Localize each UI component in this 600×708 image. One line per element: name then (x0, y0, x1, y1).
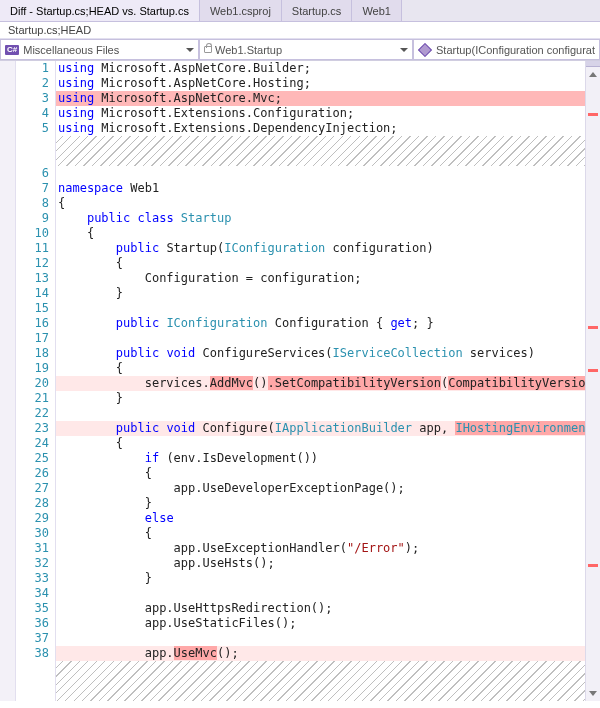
line-number: 31 (16, 541, 49, 556)
line-number: 10 (16, 226, 49, 241)
code-line[interactable]: { (56, 256, 585, 271)
line-number: 28 (16, 496, 49, 511)
code-line[interactable]: using Microsoft.AspNetCore.Builder; (56, 61, 585, 76)
code-line[interactable]: } (56, 286, 585, 301)
code-line[interactable]: app.UseHsts(); (56, 556, 585, 571)
code-line[interactable]: Configuration = configuration; (56, 271, 585, 286)
line-number: 20 (16, 376, 49, 391)
document-tab[interactable]: Startup.cs (282, 0, 353, 21)
code-line[interactable] (56, 301, 585, 316)
code-line[interactable]: app.UseExceptionHandler("/Error"); (56, 541, 585, 556)
document-subtitle: Startup.cs;HEAD (0, 22, 600, 39)
line-number: 27 (16, 481, 49, 496)
code-line[interactable]: app.UseHttpsRedirection(); (56, 601, 585, 616)
class-dropdown-label: Web1.Startup (215, 44, 396, 56)
project-dropdown-label: Miscellaneous Files (23, 44, 182, 56)
code-line[interactable]: public IConfiguration Configuration { ge… (56, 316, 585, 331)
line-number: 13 (16, 271, 49, 286)
code-line[interactable] (56, 406, 585, 421)
diff-mark[interactable] (588, 326, 598, 329)
code-line[interactable]: { (56, 526, 585, 541)
line-number: 11 (16, 241, 49, 256)
line-number: 29 (16, 511, 49, 526)
code-line[interactable]: { (56, 226, 585, 241)
code-line[interactable]: { (56, 466, 585, 481)
member-dropdown[interactable]: Startup(IConfiguration configurat (413, 39, 600, 60)
code-line[interactable]: } (56, 496, 585, 511)
lock-icon (204, 46, 212, 53)
code-line[interactable]: { (56, 436, 585, 451)
code-line[interactable] (56, 166, 585, 181)
document-tab[interactable]: Web1.csproj (200, 0, 282, 21)
scroll-down-button[interactable] (586, 686, 600, 701)
code-editor[interactable]: 1234567891011121314151617181920212223242… (0, 61, 600, 701)
line-number: 15 (16, 301, 49, 316)
document-tabs: Diff - Startup.cs;HEAD vs. Startup.csWeb… (0, 0, 600, 22)
code-line[interactable]: public Startup(IConfiguration configurat… (56, 241, 585, 256)
code-line[interactable]: public void ConfigureServices(IServiceCo… (56, 346, 585, 361)
line-number: 8 (16, 196, 49, 211)
code-line[interactable] (56, 631, 585, 646)
document-tab[interactable]: Web1 (352, 0, 402, 21)
code-surface[interactable]: using Microsoft.AspNetCore.Builder;using… (56, 61, 585, 701)
line-number (16, 136, 49, 166)
code-line[interactable]: app.UseMvc(); (56, 646, 585, 661)
line-number: 16 (16, 316, 49, 331)
line-number: 6 (16, 166, 49, 181)
code-line[interactable]: if (env.IsDevelopment()) (56, 451, 585, 466)
class-dropdown[interactable]: Web1.Startup (199, 39, 413, 60)
line-number: 22 (16, 406, 49, 421)
code-line[interactable] (56, 136, 585, 166)
scroll-track[interactable] (586, 76, 600, 686)
diff-mark[interactable] (588, 369, 598, 372)
line-number: 30 (16, 526, 49, 541)
code-line[interactable]: public class Startup (56, 211, 585, 226)
vertical-scrollbar[interactable] (585, 61, 600, 701)
code-line[interactable]: app.UseStaticFiles(); (56, 616, 585, 631)
code-line[interactable]: else (56, 511, 585, 526)
line-number: 38 (16, 646, 49, 661)
line-number: 18 (16, 346, 49, 361)
code-line[interactable]: using Microsoft.AspNetCore.Hosting; (56, 76, 585, 91)
code-line[interactable]: { (56, 196, 585, 211)
code-line[interactable] (56, 661, 585, 701)
line-number-gutter: 1234567891011121314151617181920212223242… (16, 61, 56, 701)
diff-mark[interactable] (588, 113, 598, 116)
line-number: 36 (16, 616, 49, 631)
document-tab[interactable]: Diff - Startup.cs;HEAD vs. Startup.cs (0, 0, 200, 21)
chevron-down-icon (400, 48, 408, 52)
line-number: 33 (16, 571, 49, 586)
line-number: 26 (16, 466, 49, 481)
navigation-bar: C# Miscellaneous Files Web1.Startup Star… (0, 39, 600, 61)
code-line[interactable]: using Microsoft.AspNetCore.Mvc; (56, 91, 585, 106)
code-line[interactable] (56, 331, 585, 346)
code-line[interactable]: using Microsoft.Extensions.Configuration… (56, 106, 585, 121)
method-icon (418, 42, 432, 56)
line-number: 37 (16, 631, 49, 646)
member-dropdown-label: Startup(IConfiguration configurat (436, 44, 595, 56)
code-line[interactable] (56, 586, 585, 601)
line-number: 14 (16, 286, 49, 301)
code-line[interactable]: services.AddMvc().SetCompatibilityVersio… (56, 376, 585, 391)
code-line[interactable]: } (56, 391, 585, 406)
chevron-down-icon (186, 48, 194, 52)
diff-mark[interactable] (588, 564, 598, 567)
line-number: 1 (16, 61, 49, 76)
line-number: 9 (16, 211, 49, 226)
line-number: 12 (16, 256, 49, 271)
code-line[interactable]: } (56, 571, 585, 586)
line-number: 24 (16, 436, 49, 451)
code-line[interactable]: app.UseDeveloperExceptionPage(); (56, 481, 585, 496)
code-line[interactable]: { (56, 361, 585, 376)
code-line[interactable]: using Microsoft.Extensions.DependencyInj… (56, 121, 585, 136)
code-line[interactable]: namespace Web1 (56, 181, 585, 196)
csharp-icon: C# (5, 45, 19, 55)
code-line[interactable]: public void Configure(IApplicationBuilde… (56, 421, 585, 436)
line-number: 7 (16, 181, 49, 196)
line-number: 32 (16, 556, 49, 571)
project-dropdown[interactable]: C# Miscellaneous Files (0, 39, 199, 60)
line-number: 3 (16, 91, 49, 106)
line-number: 19 (16, 361, 49, 376)
line-number: 23 (16, 421, 49, 436)
indicator-margin (0, 61, 16, 701)
